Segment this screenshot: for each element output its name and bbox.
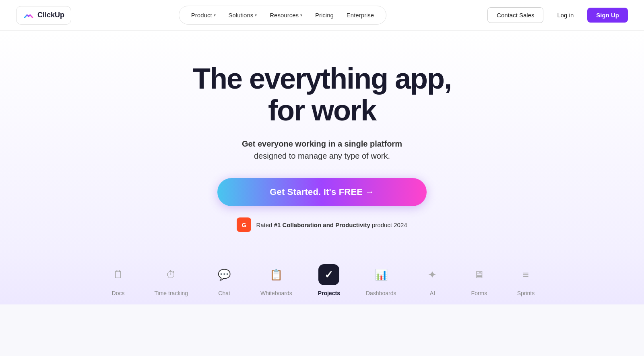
feature-label-projects: Projects [318, 290, 340, 296]
feature-item-whiteboards[interactable]: 📋Whiteboards [248, 256, 305, 304]
forms-icon: 🖥 [469, 264, 489, 285]
nav-left: ClickUp [16, 6, 71, 25]
feature-item-dashboards[interactable]: 📊Dashboards [353, 256, 409, 304]
feature-label-whiteboards: Whiteboards [260, 290, 292, 296]
g2-badge-icon: G [237, 217, 251, 232]
nav-enterprise[interactable]: Enterprise [341, 9, 380, 21]
navbar: ClickUp Product ▾ Solutions ▾ Resources … [0, 0, 644, 31]
hero-section: The everything app, for work Get everyon… [0, 31, 644, 248]
logo[interactable]: ClickUp [16, 6, 71, 25]
signup-button[interactable]: Sign Up [587, 8, 628, 23]
feature-item-ai[interactable]: ✦AI [409, 256, 456, 304]
chevron-down-icon: ▾ [300, 13, 302, 17]
nav-pricing[interactable]: Pricing [310, 9, 339, 21]
rating-row: G Rated #1 Collaboration and Productivit… [237, 217, 407, 232]
whiteboards-icon: 📋 [266, 264, 287, 285]
feature-label-sprints: Sprints [517, 290, 535, 296]
logo-text: ClickUp [37, 11, 64, 19]
feature-item-forms[interactable]: 🖥Forms [456, 256, 502, 304]
dashboards-icon: 📊 [371, 264, 392, 285]
feature-item-chat[interactable]: 💬Chat [201, 256, 248, 304]
nav-resources[interactable]: Resources ▾ [264, 9, 308, 21]
feature-item-time-tracking[interactable]: ⏱Time tracking [142, 256, 201, 304]
nav-product[interactable]: Product ▾ [186, 9, 221, 21]
ai-icon: ✦ [422, 264, 443, 285]
feature-label-docs: Docs [112, 290, 125, 296]
hero-headline: The everything app, for work [193, 63, 451, 126]
contact-sales-button[interactable]: Contact Sales [487, 7, 543, 23]
clickup-logo-icon [23, 10, 34, 21]
projects-icon: ✓ [318, 264, 339, 285]
rating-text: Rated #1 Collaboration and Productivity … [256, 221, 407, 228]
features-bar: 🗒Docs⏱Time tracking💬Chat📋Whiteboards✓Pro… [0, 248, 644, 304]
docs-icon: 🗒 [108, 264, 129, 285]
nav-links: Product ▾ Solutions ▾ Resources ▾ Pricin… [179, 6, 386, 25]
time-tracking-icon: ⏱ [161, 264, 182, 285]
feature-item-projects[interactable]: ✓Projects [305, 256, 353, 304]
feature-label-forms: Forms [471, 290, 487, 296]
chevron-down-icon: ▾ [214, 13, 216, 17]
sprints-icon: ≡ [515, 264, 536, 285]
nav-solutions[interactable]: Solutions ▾ [223, 9, 263, 21]
feature-label-chat: Chat [218, 290, 230, 296]
feature-label-dashboards: Dashboards [366, 290, 396, 296]
feature-item-docs[interactable]: 🗒Docs [95, 256, 142, 304]
chevron-down-icon: ▾ [255, 13, 257, 17]
get-started-button[interactable]: Get Started. It's FREE → [217, 178, 427, 206]
feature-item-sprints[interactable]: ≡Sprints [502, 256, 549, 304]
login-button[interactable]: Log in [548, 8, 582, 23]
hero-subtitle: Get everyone working in a single platfor… [242, 138, 402, 162]
feature-label-ai: AI [430, 290, 435, 296]
feature-label-time-tracking: Time tracking [155, 290, 188, 296]
nav-right: Contact Sales Log in Sign Up [487, 7, 628, 23]
chat-icon: 💬 [214, 264, 235, 285]
